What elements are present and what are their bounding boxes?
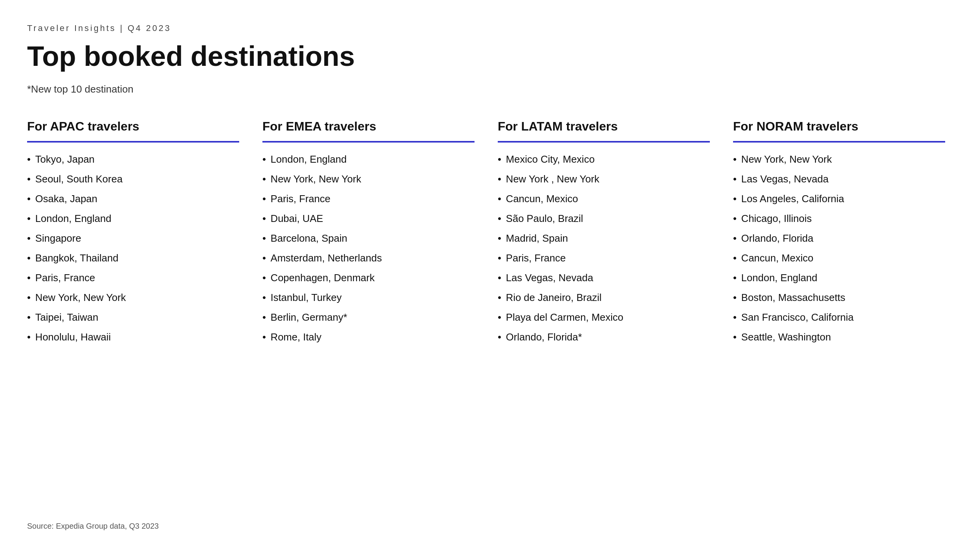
column-header-noram: For NORAM travelers [733,119,945,135]
destination-text: Orlando, Florida [741,232,813,244]
destination-text: Amsterdam, Netherlands [271,252,382,264]
column-emea: For EMEA travelers•London, England•New Y… [262,119,482,351]
destination-text: Orlando, Florida* [506,331,582,343]
destination-text: Paris, France [271,193,331,205]
bullet-icon: • [262,173,266,185]
destination-text: Cancun, Mexico [506,193,578,205]
bullet-icon: • [27,213,31,225]
destination-text: London, England [271,153,347,165]
list-item: •Orlando, Florida* [498,331,710,343]
list-item: •Madrid, Spain [498,232,710,244]
list-item: •New York, New York [27,292,239,304]
bullet-icon: • [733,272,737,284]
destination-list-apac: •Tokyo, Japan•Seoul, South Korea•Osaka, … [27,153,239,343]
list-item: •Honolulu, Hawaii [27,331,239,343]
destination-text: Bangkok, Thailand [35,252,118,264]
bullet-icon: • [733,213,737,225]
bullet-icon: • [27,232,31,244]
bullet-icon: • [262,331,266,343]
list-item: •Seoul, South Korea [27,173,239,185]
destination-text: São Paulo, Brazil [506,213,583,225]
list-item: •Paris, France [262,193,475,205]
list-item: •Osaka, Japan [27,193,239,205]
list-item: •Singapore [27,232,239,244]
destination-text: Seattle, Washington [741,331,831,343]
list-item: •Tokyo, Japan [27,153,239,165]
bullet-icon: • [498,193,501,205]
list-item: •Paris, France [498,252,710,264]
bullet-icon: • [498,272,501,284]
destination-text: London, England [35,213,111,225]
list-item: •London, England [733,272,945,284]
destination-text: Las Vegas, Nevada [741,173,829,185]
destination-text: Paris, France [35,272,95,284]
list-item: •Copenhagen, Denmark [262,272,475,284]
list-item: •Rio de Janeiro, Brazil [498,292,710,304]
bullet-icon: • [733,232,737,244]
destination-text: Cancun, Mexico [741,252,813,264]
destination-text: Osaka, Japan [35,193,97,205]
column-header-latam: For LATAM travelers [498,119,710,135]
subtitle-text: *New top 10 destination [27,83,953,95]
destination-text: London, England [741,272,817,284]
bullet-icon: • [262,272,266,284]
bullet-icon: • [733,193,737,205]
columns-container: For APAC travelers•Tokyo, Japan•Seoul, S… [27,119,953,351]
destination-text: New York, New York [741,153,832,165]
footer-source: Source: Expedia Group data, Q3 2023 [27,522,159,531]
list-item: •London, England [262,153,475,165]
list-item: •Cancun, Mexico [733,252,945,264]
list-item: •São Paulo, Brazil [498,213,710,225]
bullet-icon: • [262,232,266,244]
bullet-icon: • [27,153,31,165]
list-item: •Seattle, Washington [733,331,945,343]
list-item: •Cancun, Mexico [498,193,710,205]
list-item: •Rome, Italy [262,331,475,343]
column-header-emea: For EMEA travelers [262,119,475,135]
bullet-icon: • [498,173,501,185]
list-item: •Orlando, Florida [733,232,945,244]
bullet-icon: • [498,232,501,244]
bullet-icon: • [262,311,266,323]
destination-text: Madrid, Spain [506,232,568,244]
list-item: •Bangkok, Thailand [27,252,239,264]
destination-text: Las Vegas, Nevada [506,272,593,284]
bullet-icon: • [733,153,737,165]
destination-text: Taipei, Taiwan [35,311,98,323]
bullet-icon: • [498,331,501,343]
bullet-icon: • [27,331,31,343]
list-item: •Istanbul, Turkey [262,292,475,304]
destination-text: Copenhagen, Denmark [271,272,375,284]
bullet-icon: • [262,213,266,225]
destination-text: New York, New York [271,173,361,185]
column-divider-latam [498,141,710,143]
bullet-icon: • [262,292,266,304]
list-item: •Las Vegas, Nevada [733,173,945,185]
bullet-icon: • [498,213,501,225]
destination-text: Berlin, Germany* [271,311,347,323]
bullet-icon: • [498,252,501,264]
list-item: •New York, New York [262,173,475,185]
list-item: •Barcelona, Spain [262,232,475,244]
destination-text: Rome, Italy [271,331,322,343]
list-item: •Playa del Carmen, Mexico [498,311,710,323]
destination-text: Paris, France [506,252,566,264]
bullet-icon: • [733,331,737,343]
destination-text: Chicago, Illinois [741,213,812,225]
column-header-apac: For APAC travelers [27,119,239,135]
column-apac: For APAC travelers•Tokyo, Japan•Seoul, S… [27,119,247,351]
destination-text: Mexico City, Mexico [506,153,595,165]
list-item: •London, England [27,213,239,225]
column-divider-noram [733,141,945,143]
destination-text: New York , New York [506,173,599,185]
bullet-icon: • [733,311,737,323]
list-item: •Boston, Massachusetts [733,292,945,304]
list-item: •Chicago, Illinois [733,213,945,225]
list-item: •Mexico City, Mexico [498,153,710,165]
bullet-icon: • [498,311,501,323]
destination-list-emea: •London, England•New York, New York•Pari… [262,153,475,343]
bullet-icon: • [498,292,501,304]
list-item: •Los Angeles, California [733,193,945,205]
column-divider-emea [262,141,475,143]
bullet-icon: • [27,173,31,185]
